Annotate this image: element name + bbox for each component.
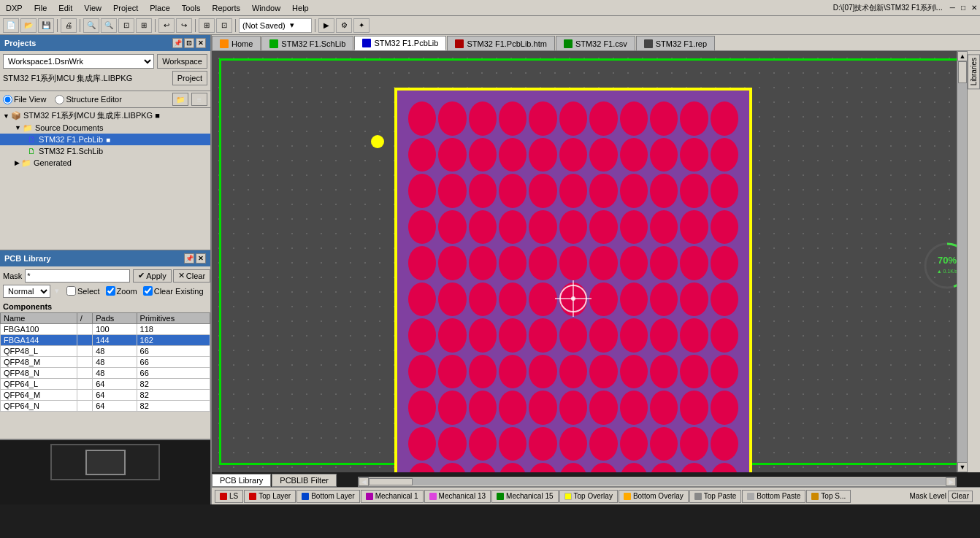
window-minimize[interactable]: ─	[947, 4, 958, 12]
apply-btn[interactable]: ✔ Apply	[133, 269, 172, 283]
save-btn[interactable]: 💾	[38, 18, 54, 33]
scroll-left-btn[interactable]: ◀	[359, 477, 369, 486]
h-scroll-thumb[interactable]	[369, 478, 413, 485]
tab-csv[interactable]: STM32 F1.csv	[556, 36, 635, 50]
tab-home[interactable]: Home	[212, 36, 261, 50]
zoom-area-btn[interactable]: ⊞	[136, 18, 152, 33]
layer-top-s[interactable]: Top S...	[806, 490, 851, 503]
tree-source-docs[interactable]: ▼ 📁 Source Documents	[0, 122, 210, 134]
redo-btn[interactable]: ↪	[176, 18, 192, 33]
compile-btn[interactable]: ▶	[318, 18, 334, 33]
vertical-scrollbar[interactable]: ▲ ▼	[957, 51, 967, 472]
bga-pad	[499, 463, 527, 472]
tree-schlib[interactable]: 🗋 STM32 F1.SchLib	[0, 145, 210, 157]
zoom-out-btn[interactable]: 🔍	[101, 18, 117, 33]
menu-help[interactable]: Help	[286, 4, 315, 12]
layer-bottom[interactable]: Bottom Layer	[296, 490, 359, 503]
window-close[interactable]: ✕	[968, 4, 980, 12]
table-row[interactable]: QFP64_L 64 82	[1, 378, 210, 389]
sidebar-libraries-tab[interactable]: Libraries	[968, 54, 980, 89]
menu-reports[interactable]: Reports	[206, 4, 246, 12]
zoom-checkbox[interactable]: Zoom	[106, 286, 137, 296]
menu-place[interactable]: Place	[144, 4, 176, 12]
table-row[interactable]: FBGA144 144 162	[1, 334, 210, 345]
zoom-in-btn[interactable]: 🔍	[83, 18, 99, 33]
col-slash: /	[77, 312, 92, 323]
tab-pcblib[interactable]: STM32 F1.PcbLib	[354, 36, 446, 50]
workspace-button[interactable]: Workspace	[157, 54, 207, 69]
scroll-right-btn[interactable]: ▶	[946, 477, 956, 486]
menu-window[interactable]: Window	[246, 4, 286, 12]
layer-mech15[interactable]: Mechanical 15	[491, 490, 558, 503]
layer-mech13[interactable]: Mechanical 13	[424, 490, 491, 503]
structure-editor-radio[interactable]: Structure Editor	[55, 95, 121, 104]
file-view-radio[interactable]: File View	[3, 95, 46, 104]
new-btn[interactable]: 📄	[3, 18, 19, 33]
table-row[interactable]: FBGA100 100 118	[1, 323, 210, 334]
bottom-tab-pcblib[interactable]: PCB Library	[212, 474, 271, 487]
list-icon-btn[interactable]: ≡	[191, 93, 207, 106]
layer-top-overlay[interactable]: Top Overlay	[559, 490, 618, 503]
panel-pin-btn[interactable]: 📌	[172, 38, 183, 48]
tree-generated[interactable]: ▶ 📁 Generated	[0, 157, 210, 169]
h-scroll-track[interactable]	[369, 478, 946, 485]
menu-tools[interactable]: Tools	[176, 4, 207, 12]
scroll-thumb[interactable]	[958, 61, 967, 83]
clean-btn[interactable]: ✦	[353, 18, 370, 33]
table-row[interactable]: QFP48_M 48 66	[1, 356, 210, 367]
clear-btn[interactable]: ✕ Clear	[173, 269, 210, 283]
scroll-up-btn[interactable]: ▲	[957, 51, 968, 61]
folder-icon-btn[interactable]: 📁	[172, 93, 188, 106]
menu-dxp[interactable]: DXP	[0, 4, 28, 12]
not-saved-dropdown[interactable]: (Not Saved) ▾	[239, 18, 312, 33]
layer-mech1[interactable]: Mechanical 1	[361, 490, 424, 503]
scroll-track[interactable]	[957, 61, 967, 462]
pcb-canvas[interactable]: 70% ▲ 0.1K/s ▲ ▼ Libraries	[212, 51, 980, 472]
panel-float-btn[interactable]: ⊡	[184, 38, 194, 48]
panel-close-btn[interactable]: ✕	[196, 38, 206, 48]
undo-btn[interactable]: ↩	[158, 18, 175, 33]
clear-existing-checkbox[interactable]: Clear Existing	[143, 286, 204, 296]
grid-btn[interactable]: ⊞	[199, 18, 215, 33]
bga-pad	[438, 355, 466, 389]
layer-bottom-overlay[interactable]: Bottom Overlay	[619, 490, 689, 503]
tree-pcblib[interactable]: 🗋 STM32 F1.PcbLib ■	[0, 134, 210, 145]
layer-top-paste[interactable]: Top Paste	[689, 490, 741, 503]
project-button[interactable]: Project	[172, 71, 207, 85]
status-clear-btn[interactable]: Clear	[948, 491, 973, 502]
snap-btn[interactable]: ⊡	[216, 18, 232, 33]
source-expand-icon: ▼	[15, 124, 21, 131]
tab-schlib[interactable]: STM32 F1.SchLib	[261, 36, 353, 50]
scroll-down-btn[interactable]: ▼	[957, 462, 968, 472]
window-maximize[interactable]: □	[958, 4, 968, 12]
menu-project[interactable]: Project	[107, 4, 144, 12]
bottom-tab-filter[interactable]: PCBLIB Filter	[272, 474, 337, 487]
layer-top[interactable]: Top Layer	[244, 490, 296, 503]
table-row[interactable]: QFP48_N 48 66	[1, 367, 210, 378]
normal-select[interactable]: Normal	[3, 285, 50, 298]
tab-pcblib-htm[interactable]: STM32 F1.PcbLib.htm	[447, 36, 554, 50]
bga-pad	[711, 355, 738, 389]
zoom-fit-btn[interactable]: ⊡	[118, 18, 134, 33]
open-btn[interactable]: 📂	[20, 18, 37, 33]
menu-edit[interactable]: Edit	[53, 4, 78, 12]
mask-input[interactable]	[25, 269, 130, 283]
tree-root[interactable]: ▼ 📦 STM32 F1系列MCU 集成库.LIBPKG ■	[0, 109, 210, 122]
horizontal-scrollbar[interactable]: ◀ ▶	[358, 477, 957, 487]
select-checkbox[interactable]: Select	[66, 286, 100, 296]
tab-rep[interactable]: STM32 F1.rep	[636, 36, 715, 50]
table-row[interactable]: QFP64_N 64 82	[1, 400, 210, 411]
layer-ls[interactable]: LS	[215, 490, 243, 503]
workspace-dropdown[interactable]: Workspace1.DsnWrk	[3, 54, 154, 69]
menu-view[interactable]: View	[78, 4, 107, 12]
lib-panel-pin[interactable]: 📌	[184, 253, 194, 264]
print-btn[interactable]: 🖨	[61, 18, 77, 33]
cell-primitives: 66	[137, 367, 210, 378]
menu-file[interactable]: File	[28, 4, 53, 12]
layer-bottom-paste[interactable]: Bottom Paste	[742, 490, 805, 503]
lib-panel-close[interactable]: ✕	[196, 253, 206, 264]
build-btn[interactable]: ⚙	[336, 18, 352, 33]
table-row[interactable]: QFP48_L 48 66	[1, 345, 210, 356]
table-row[interactable]: QFP64_M 64 82	[1, 389, 210, 400]
svg-text:70%: 70%	[938, 255, 957, 266]
